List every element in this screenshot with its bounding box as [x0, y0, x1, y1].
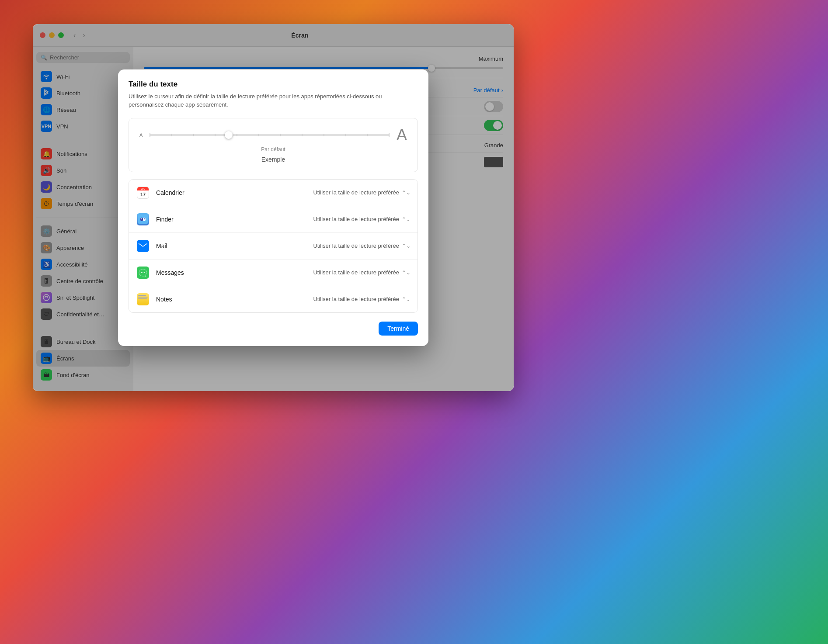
notes-app-icon [136, 292, 150, 306]
finder-app-name: Finder [156, 216, 313, 223]
slider-container: A [129, 118, 418, 172]
notes-stepper-icon: ⌃⌄ [402, 296, 411, 302]
calendrier-select[interactable]: Utiliser la taille de lecture préférée ⌃… [313, 189, 411, 196]
messages-stepper-icon: ⌃⌄ [402, 270, 411, 276]
modal-slider-track[interactable] [150, 134, 390, 136]
mail-app-name: Mail [156, 242, 313, 249]
svg-rect-6 [139, 242, 147, 249]
calendrier-app-icon: JUL 17 [136, 186, 150, 200]
svg-point-5 [144, 218, 145, 219]
svg-point-9 [144, 272, 145, 273]
finder-stepper-icon: ⌃⌄ [402, 216, 411, 222]
finder-app-icon [136, 212, 150, 226]
messages-select[interactable]: Utiliser la taille de lecture préférée ⌃… [313, 269, 411, 276]
finder-select[interactable]: Utiliser la taille de lecture préférée ⌃… [313, 216, 411, 222]
app-row-mail: Mail Utiliser la taille de lecture préfé… [129, 233, 417, 260]
messages-app-icon [136, 266, 150, 280]
system-preferences-window: ‹ › Écran 🔍 Wi-Fi [33, 24, 514, 391]
app-row-messages: Messages Utiliser la taille de lecture p… [129, 260, 417, 286]
modal-slider-thumb[interactable] [225, 131, 233, 139]
slider-row: A [139, 127, 407, 143]
app-row-calendrier: JUL 17 Calendrier Utiliser la taille de … [129, 180, 417, 206]
modal-footer: Terminé [129, 322, 418, 336]
mail-select[interactable]: Utiliser la taille de lecture préférée ⌃… [313, 242, 411, 249]
stepper-icon: ⌃⌄ [402, 190, 411, 196]
modal-description: Utilisez le curseur afin de définir la t… [129, 92, 418, 109]
app-list: JUL 17 Calendrier Utiliser la taille de … [129, 179, 418, 313]
app-row-notes: Notes Utiliser la taille de lecture préf… [129, 286, 417, 312]
modal-overlay: Taille du texte Utilisez le curseur afin… [33, 24, 514, 391]
termine-button[interactable]: Terminé [379, 322, 418, 336]
slider-small-a: A [139, 132, 143, 138]
modal-title: Taille du texte [129, 80, 418, 89]
notes-select[interactable]: Utiliser la taille de lecture préférée ⌃… [313, 296, 411, 302]
mail-app-icon [136, 239, 150, 253]
exemple-label: Exemple [139, 156, 407, 163]
svg-point-4 [141, 218, 142, 219]
slider-par-defaut: Par défaut [139, 146, 407, 152]
svg-point-8 [143, 272, 143, 273]
messages-app-name: Messages [156, 269, 313, 276]
taille-texte-modal: Taille du texte Utilisez le curseur afin… [118, 69, 428, 346]
slider-big-a: A [397, 127, 407, 143]
calendrier-app-name: Calendrier [156, 189, 313, 196]
svg-point-7 [141, 272, 142, 273]
mail-stepper-icon: ⌃⌄ [402, 243, 411, 249]
notes-app-name: Notes [156, 296, 313, 303]
app-row-finder: Finder Utiliser la taille de lecture pré… [129, 206, 417, 233]
